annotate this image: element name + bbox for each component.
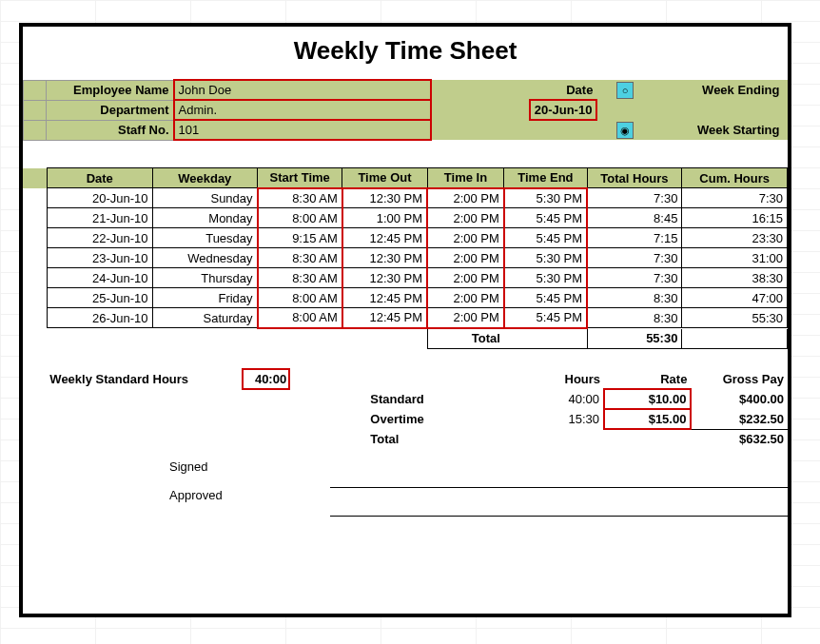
cell-date: 22-Jun-10: [48, 228, 153, 248]
cell-in[interactable]: 2:00 PM: [427, 288, 504, 308]
cell-end[interactable]: 5:45 PM: [504, 308, 587, 328]
value-date[interactable]: 20-Jun-10: [530, 100, 597, 120]
cell-out[interactable]: 12:45 PM: [342, 288, 427, 308]
cell-total: 7:15: [587, 228, 682, 248]
signature-line[interactable]: [330, 459, 788, 487]
cell-date: 25-Jun-10: [48, 288, 153, 308]
value-employee-name[interactable]: John Doe: [174, 80, 431, 100]
label-rate: Rate: [604, 369, 691, 389]
cell-out[interactable]: 12:45 PM: [342, 308, 427, 328]
cell-total: 7:30: [587, 268, 682, 288]
table-row: 24-Jun-10Thursday8:30 AM12:30 PM2:00 PM5…: [23, 268, 788, 288]
cell-cum: 16:15: [682, 208, 788, 228]
cell-out[interactable]: 1:00 PM: [342, 208, 427, 228]
cell-weekday: Saturday: [152, 308, 258, 328]
col-weekday: Weekday: [152, 168, 258, 188]
table-row: 22-Jun-10Tuesday9:15 AM12:45 PM2:00 PM5:…: [23, 228, 788, 248]
totals-strip: Total 55:30: [23, 329, 788, 350]
cell-total: 7:30: [587, 188, 682, 208]
cell-out[interactable]: 12:30 PM: [342, 188, 427, 208]
week-starting-toggle[interactable]: ◉: [616, 122, 634, 139]
timesheet-container: Weekly Time Sheet Employee Name John Doe…: [19, 23, 791, 617]
col-time-in: Time In: [427, 168, 504, 188]
col-date: Date: [48, 168, 153, 188]
cell-in[interactable]: 2:00 PM: [427, 228, 504, 248]
label-employee-name: Employee Name: [47, 80, 174, 100]
value-weekly-std[interactable]: 40:00: [243, 369, 289, 389]
cell-weekday: Thursday: [152, 268, 258, 288]
cell-start[interactable]: 9:15 AM: [258, 228, 342, 248]
cell-total: 8:30: [587, 288, 682, 308]
cell-start[interactable]: 8:00 AM: [258, 308, 342, 328]
col-start: Start Time: [258, 168, 342, 188]
week-ending-toggle[interactable]: ○: [616, 82, 634, 99]
cell-end[interactable]: 5:45 PM: [504, 288, 587, 308]
cell-end[interactable]: 5:30 PM: [504, 268, 587, 288]
cell-in[interactable]: 2:00 PM: [427, 208, 504, 228]
cell-out[interactable]: 12:30 PM: [342, 248, 427, 268]
value-std-hours: 40:00: [527, 389, 604, 409]
label-week-ending: Week Ending: [654, 80, 787, 100]
cell-weekday: Monday: [152, 208, 258, 228]
label-overtime: Overtime: [366, 409, 527, 429]
cell-date: 20-Jun-10: [48, 188, 153, 208]
time-table: Date Weekday Start Time Time Out Time In…: [23, 167, 788, 329]
cell-cum: 38:30: [682, 268, 788, 288]
sheet-title: Weekly Time Sheet: [23, 27, 788, 79]
cell-start[interactable]: 8:30 AM: [258, 268, 342, 288]
cell-out[interactable]: 12:30 PM: [342, 268, 427, 288]
label-gross-pay: Gross Pay: [691, 369, 788, 389]
value-grand-total: 55:30: [587, 329, 682, 349]
value-ot-pay: $232.50: [691, 409, 788, 429]
label-signed: Signed: [166, 459, 330, 487]
cell-end[interactable]: 5:30 PM: [504, 248, 587, 268]
col-time-out: Time Out: [342, 168, 427, 188]
label-staff-no: Staff No.: [47, 120, 174, 140]
cell-date: 24-Jun-10: [48, 268, 153, 288]
col-cum-hours: Cum. Hours: [682, 168, 788, 188]
cell-in[interactable]: 2:00 PM: [427, 248, 504, 268]
label-total2: Total: [366, 429, 527, 449]
table-row: 25-Jun-10Friday8:00 AM12:45 PM2:00 PM5:4…: [23, 288, 788, 308]
col-total-hours: Total Hours: [587, 168, 682, 188]
cell-weekday: Friday: [152, 288, 258, 308]
cell-in[interactable]: 2:00 PM: [427, 268, 504, 288]
summary-table: Weekly Standard Hours 40:00 Hours Rate G…: [23, 368, 788, 449]
cell-end[interactable]: 5:45 PM: [504, 208, 587, 228]
cell-start[interactable]: 8:30 AM: [258, 248, 342, 268]
info-table: Employee Name John Doe Date ○ Week Endin…: [23, 79, 788, 141]
cell-in[interactable]: 2:00 PM: [427, 308, 504, 328]
label-hours: Hours: [527, 369, 604, 389]
cell-total: 8:45: [587, 208, 682, 228]
cell-end[interactable]: 5:30 PM: [504, 188, 587, 208]
cell-in[interactable]: 2:00 PM: [427, 188, 504, 208]
value-department[interactable]: Admin.: [174, 100, 431, 120]
value-staff-no[interactable]: 101: [174, 120, 431, 140]
cell-start[interactable]: 8:30 AM: [258, 188, 342, 208]
table-row: 21-Jun-10Monday8:00 AM1:00 PM2:00 PM5:45…: [23, 208, 788, 228]
label-weekly-std: Weekly Standard Hours: [46, 369, 243, 389]
value-ot-rate[interactable]: $15.00: [604, 409, 691, 429]
cell-cum: 23:30: [682, 228, 788, 248]
label-standard: Standard: [366, 389, 527, 409]
label-total: Total: [427, 329, 504, 349]
cell-total: 8:30: [587, 308, 682, 328]
cell-out[interactable]: 12:45 PM: [342, 228, 427, 248]
label-date: Date: [530, 80, 597, 100]
value-std-rate[interactable]: $10.00: [604, 389, 691, 409]
cell-date: 26-Jun-10: [48, 308, 153, 328]
value-total-pay: $632.50: [691, 429, 788, 449]
cell-start[interactable]: 8:00 AM: [258, 208, 342, 228]
signature-table: Signed Approved: [23, 459, 788, 517]
cell-start[interactable]: 8:00 AM: [258, 288, 342, 308]
cell-date: 23-Jun-10: [48, 248, 153, 268]
cell-cum: 31:00: [682, 248, 788, 268]
approved-line[interactable]: [330, 487, 788, 516]
table-row: 23-Jun-10Wednesday8:30 AM12:30 PM2:00 PM…: [23, 248, 788, 268]
table-header-row: Date Weekday Start Time Time Out Time In…: [23, 168, 788, 188]
cell-end[interactable]: 5:45 PM: [504, 228, 587, 248]
cell-weekday: Wednesday: [152, 248, 258, 268]
value-std-pay: $400.00: [691, 389, 788, 409]
table-row: 26-Jun-10Saturday8:00 AM12:45 PM2:00 PM5…: [23, 308, 788, 328]
cell-weekday: Tuesday: [152, 228, 258, 248]
